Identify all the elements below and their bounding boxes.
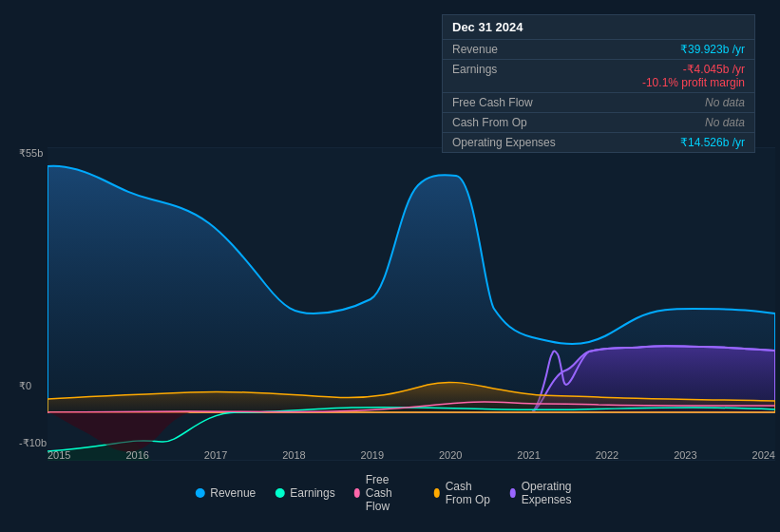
legend-revenue: Revenue: [195, 486, 256, 500]
legend-cashfromop-dot: [434, 488, 440, 498]
tooltip-opex-value: ₹14.526b /yr: [680, 136, 745, 149]
x-tick-2023: 2023: [674, 449, 696, 461]
legend-earnings-label: Earnings: [290, 486, 334, 500]
tooltip-card: Dec 31 2024 Revenue ₹39.923b /yr Earning…: [442, 14, 755, 153]
x-axis: 2015 2016 2017 2018 2019 2020 2021 2022 …: [48, 449, 775, 461]
y-label-zero: ₹0: [19, 380, 31, 392]
tooltip-opex: Operating Expenses ₹14.526b /yr: [443, 132, 754, 152]
x-tick-2020: 2020: [439, 449, 462, 461]
tooltip-cashfromop-label: Cash From Op: [452, 116, 527, 129]
legend-earnings-dot: [275, 488, 284, 498]
x-tick-2024: 2024: [752, 449, 775, 461]
tooltip-opex-label: Operating Expenses: [452, 136, 556, 149]
legend-opex: Operating Expenses: [510, 480, 585, 506]
legend-cashfromop-label: Cash From Op: [446, 480, 491, 506]
tooltip-fcf-value: No data: [705, 96, 745, 109]
legend-earnings: Earnings: [275, 486, 334, 500]
chart-legend: Revenue Earnings Free Cash Flow Cash Fro…: [195, 473, 585, 513]
tooltip-fcf-label: Free Cash Flow: [452, 96, 533, 109]
x-tick-2018: 2018: [282, 449, 305, 461]
legend-fcf-label: Free Cash Flow: [366, 473, 415, 513]
x-tick-2016: 2016: [125, 449, 148, 461]
legend-fcf: Free Cash Flow: [354, 473, 415, 513]
x-tick-2021: 2021: [517, 449, 540, 461]
tooltip-revenue-value: ₹39.923b /yr: [680, 43, 745, 56]
chart-svg: [48, 147, 775, 461]
x-tick-2019: 2019: [361, 449, 384, 461]
x-tick-2017: 2017: [204, 449, 227, 461]
tooltip-earnings-label: Earnings: [452, 63, 497, 89]
legend-cashfromop: Cash From Op: [434, 480, 491, 506]
tooltip-earnings: Earnings -₹4.045b /yr -10.1% profit marg…: [443, 59, 754, 92]
tooltip-cashfromop: Cash From Op No data: [443, 112, 754, 132]
tooltip-revenue-label: Revenue: [452, 43, 498, 56]
tooltip-profit-margin: -10.1% profit margin: [642, 76, 745, 89]
legend-fcf-dot: [354, 488, 360, 498]
tooltip-earnings-value: -₹4.045b /yr: [642, 63, 745, 76]
legend-revenue-dot: [195, 488, 204, 498]
tooltip-date: Dec 31 2024: [443, 15, 754, 39]
tooltip-revenue: Revenue ₹39.923b /yr: [443, 39, 754, 59]
legend-opex-label: Operating Expenses: [522, 480, 585, 506]
x-tick-2015: 2015: [48, 449, 70, 461]
legend-revenue-label: Revenue: [210, 486, 256, 500]
tooltip-cashfromop-value: No data: [705, 116, 745, 129]
x-tick-2022: 2022: [596, 449, 618, 461]
chart-container: Dec 31 2024 Revenue ₹39.923b /yr Earning…: [0, 0, 780, 532]
legend-opex-dot: [510, 488, 516, 498]
tooltip-fcf: Free Cash Flow No data: [443, 92, 754, 112]
y-label-top: ₹55b: [19, 147, 43, 160]
y-label-neg: -₹10b: [19, 437, 47, 449]
